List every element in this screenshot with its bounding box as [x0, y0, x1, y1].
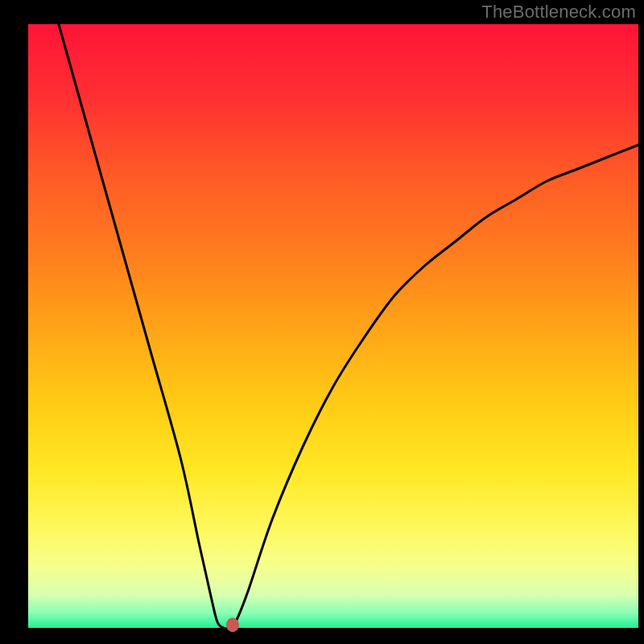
marker-dot [226, 617, 239, 632]
chart-svg [0, 0, 644, 644]
chart-frame: TheBottleneck.com [0, 0, 644, 644]
watermark-label: TheBottleneck.com [481, 2, 636, 23]
plot-background [28, 24, 638, 628]
